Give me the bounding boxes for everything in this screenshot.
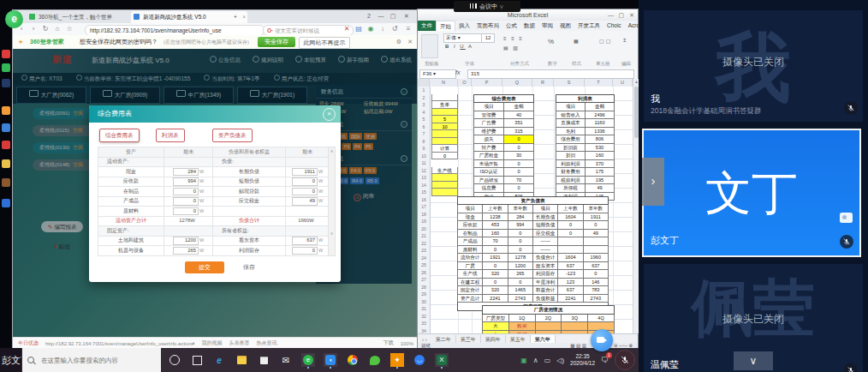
header-cell[interactable]: 本年数 — [508, 205, 532, 213]
cell[interactable]: 2743 — [508, 294, 532, 303]
row-number[interactable]: 22 — [418, 240, 430, 248]
row-number[interactable]: 3 — [418, 101, 430, 109]
cells-button[interactable]: ▢▢ — [599, 38, 612, 44]
row-number[interactable]: 7 — [418, 130, 430, 138]
cell[interactable]: 竞单 — [431, 101, 458, 109]
cell[interactable]: 1604 — [558, 213, 583, 221]
desktop-icon[interactable] — [2, 123, 10, 132]
cell[interactable]: 5 — [431, 116, 458, 123]
header-cell[interactable]: 项目 — [556, 103, 586, 111]
cell[interactable]: 1960 — [583, 254, 608, 262]
cell[interactable]: 1160 — [586, 119, 615, 128]
cell[interactable]: 1336 — [586, 127, 615, 135]
header-cell[interactable]: 3Q — [562, 314, 588, 322]
merge-buttons[interactable]: ▤ ▥ — [503, 45, 520, 51]
alignment-buttons[interactable]: ≡ ≡ ≡ — [503, 36, 524, 41]
cell[interactable]: 购买 — [508, 322, 535, 331]
minimize-button[interactable]: — — [376, 12, 386, 21]
value-input[interactable]: 0 — [173, 207, 199, 216]
modal-tab[interactable]: 综合费用表 — [99, 129, 140, 142]
cell[interactable]: 70 — [504, 176, 534, 184]
save-password-button[interactable]: 安全保存 — [258, 37, 295, 47]
cell[interactable]: 0 — [431, 153, 458, 160]
cell[interactable]: 530 — [586, 143, 615, 152]
value-input[interactable]: 284 — [173, 168, 199, 177]
maximize-button[interactable]: ▢ — [618, 9, 624, 21]
cell[interactable]: 折旧前 — [556, 143, 586, 152]
refresh-icon[interactable]: ↻ — [40, 24, 51, 34]
row-number[interactable]: 26 — [418, 269, 430, 277]
header-cell[interactable]: 4Q — [588, 314, 615, 322]
status-promo-link[interactable]: 今日优选 — [18, 339, 39, 347]
header-cell[interactable]: 厂房类型 — [483, 314, 509, 322]
cell[interactable]: —— — [532, 245, 557, 254]
cell[interactable]: 1278 — [508, 254, 532, 262]
cell[interactable]: 流动合计 — [458, 254, 483, 262]
header-cell[interactable]: 上年数 — [558, 205, 583, 213]
header-cell[interactable]: 本年数 — [583, 205, 608, 213]
cell[interactable]: 管理费 — [474, 111, 504, 119]
cell[interactable]: 10 — [431, 123, 458, 131]
modal-scrollbar[interactable]: ∧∨ — [328, 147, 336, 256]
sheet-tab[interactable]: 第四年 — [481, 335, 506, 344]
cell[interactable] — [583, 237, 608, 246]
cell[interactable]: 0 — [504, 168, 534, 177]
cell[interactable]: 123 — [558, 278, 583, 286]
notification-icon[interactable]: 🗨 — [601, 356, 609, 364]
cell[interactable]: 30 — [504, 152, 534, 160]
cell[interactable]: 转产费 — [474, 143, 504, 152]
submit-button[interactable]: 提交 — [185, 261, 224, 273]
file-explorer-icon[interactable] — [235, 353, 248, 367]
cell[interactable]: 现金 — [458, 213, 483, 221]
cell[interactable] — [562, 322, 588, 331]
cell[interactable]: 1465 — [508, 286, 532, 295]
cell[interactable]: 0 — [483, 261, 508, 270]
extension-icon[interactable]: ▤ — [354, 24, 364, 34]
cell[interactable]: 0 — [483, 245, 508, 254]
cell[interactable]: 1911 — [583, 213, 608, 221]
cell[interactable]: 在建工程 — [458, 278, 483, 286]
row-number[interactable]: 13 — [418, 174, 430, 182]
tray-mic-muted-button[interactable] — [615, 350, 635, 370]
extension-icon[interactable]: ◉ — [366, 24, 376, 34]
ribbon-tab[interactable]: 页面布局 — [473, 21, 502, 31]
cell[interactable]: 175 — [586, 168, 615, 177]
ribbon-tab[interactable]: 开始 — [436, 21, 455, 31]
panel-expand-button[interactable]: › — [642, 158, 664, 206]
cell[interactable]: 应收款 — [458, 221, 483, 230]
row-number[interactable]: 14 — [418, 182, 430, 189]
photo-icon[interactable] — [840, 213, 853, 223]
row-number[interactable]: 5 — [418, 116, 430, 123]
column-header[interactable]: P — [472, 79, 502, 87]
sheet-tab[interactable]: 第三年 — [456, 335, 481, 344]
headlines-link[interactable]: 头条推荐 — [229, 339, 249, 347]
desktop-icon[interactable] — [2, 159, 10, 168]
value-input[interactable]: 265 — [173, 247, 199, 255]
meeting-status-pill[interactable]: 会议中 ∨ — [454, 1, 520, 12]
value-input[interactable]: 1200 — [173, 237, 199, 245]
cell[interactable]: 直接成本 — [556, 119, 586, 128]
cell[interactable]: 1604 — [558, 254, 583, 262]
sheet-tab[interactable]: 第六年 — [531, 335, 556, 344]
cross-icon[interactable]: ✕ — [342, 24, 352, 34]
forward-icon[interactable]: › — [28, 24, 39, 34]
paste-button[interactable] — [421, 34, 438, 58]
styles-button[interactable]: ▦ — [574, 38, 580, 44]
cell[interactable]: 广告费 — [474, 119, 504, 128]
cell[interactable]: 厂房 — [458, 261, 483, 270]
cell[interactable]: ISO认证 — [474, 168, 504, 177]
cell[interactable]: 损失 — [474, 135, 504, 144]
display-icon[interactable]: ▭ — [544, 357, 551, 364]
cell[interactable]: 综合费用 — [556, 135, 586, 144]
value-input[interactable]: 0 — [173, 197, 199, 206]
close-button[interactable]: ✕ — [629, 9, 634, 21]
cell[interactable]: 806 — [586, 135, 615, 144]
select-all-corner[interactable] — [418, 79, 430, 87]
video-tile-wen[interactable]: 佩莹 摄像头已关闭 温佩莹 ∨ — [644, 264, 863, 372]
cell[interactable]: 毛利 — [556, 127, 586, 135]
cell[interactable] — [431, 182, 458, 189]
cell[interactable]: 160 — [586, 152, 615, 160]
font-name-select[interactable]: 宋体 ▾ — [443, 33, 483, 43]
mail-icon[interactable]: ✉ — [279, 353, 293, 367]
row-number[interactable]: 34 — [418, 327, 430, 334]
